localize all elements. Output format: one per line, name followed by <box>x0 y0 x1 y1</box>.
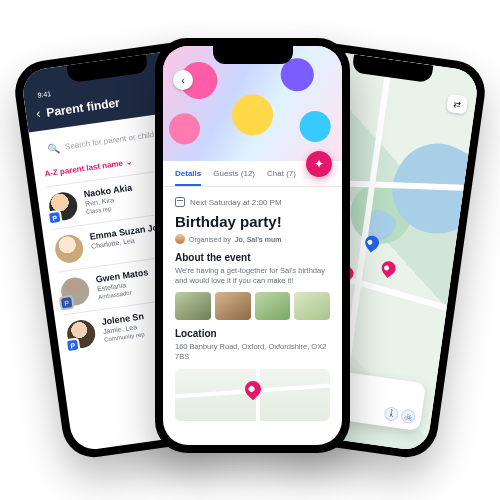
map-pin-icon[interactable] <box>379 258 399 278</box>
sort-label: A-Z parent last name <box>44 159 124 179</box>
back-icon[interactable]: ‹ <box>35 106 41 121</box>
transport-chips: 🚶 🚲 <box>384 406 417 424</box>
event-datetime: Next Saturday at 2:00 PM <box>175 197 330 207</box>
event-photo[interactable] <box>175 292 211 320</box>
event-photo[interactable] <box>255 292 291 320</box>
location-pin-icon <box>241 378 264 401</box>
avatar: P <box>65 318 97 350</box>
event-photo[interactable] <box>294 292 330 320</box>
role-badge-icon: P <box>59 295 75 311</box>
phone-event-details: ‹ Details Guests (12) Chat (7) ✦ Next Sa… <box>155 38 350 453</box>
organiser-prefix: Organised by <box>189 236 231 243</box>
organiser-avatar <box>175 234 185 244</box>
search-icon: 🔍 <box>46 142 59 155</box>
bike-icon[interactable]: 🚲 <box>400 408 416 424</box>
event-location-map[interactable] <box>175 369 330 421</box>
chevron-down-icon: ⌄ <box>125 157 133 167</box>
role-badge-icon: P <box>65 337 81 353</box>
tab-chat[interactable]: Chat (7) <box>267 169 296 186</box>
avatar: P <box>59 276 91 308</box>
event-photo[interactable] <box>215 292 251 320</box>
event-title: Birthday party! <box>175 213 330 230</box>
calendar-icon <box>175 197 185 207</box>
role-badge-icon: P <box>47 210 63 226</box>
avatar: P <box>47 190 79 222</box>
add-to-calendar-button[interactable]: ✦ <box>306 151 332 177</box>
status-time: 9:41 <box>37 90 52 100</box>
tab-details[interactable]: Details <box>175 169 201 186</box>
walk-icon[interactable]: 🚶 <box>384 406 400 422</box>
event-tabs: Details Guests (12) Chat (7) ✦ <box>163 161 342 187</box>
event-organiser: Organised by Jo, Sal's mum <box>175 234 330 244</box>
event-body: Next Saturday at 2:00 PM Birthday party!… <box>163 187 342 431</box>
screen: ‹ Details Guests (12) Chat (7) ✦ Next Sa… <box>163 46 342 445</box>
avatar <box>53 233 85 265</box>
tab-guests[interactable]: Guests (12) <box>213 169 255 186</box>
event-when-text: Next Saturday at 2:00 PM <box>190 198 282 207</box>
phone-notch <box>213 46 293 64</box>
about-body: We're having a get-together for Sal's bi… <box>175 266 330 286</box>
organiser-name: Jo, Sal's mum <box>235 236 282 243</box>
event-photo-strip <box>175 292 330 320</box>
event-address: 160 Banbury Road, Oxford, Oxfordshire, O… <box>175 342 330 362</box>
map-layers-button[interactable]: ⇄ <box>446 94 468 115</box>
calendar-add-icon: ✦ <box>314 157 324 171</box>
about-heading: About the event <box>175 252 330 263</box>
back-button[interactable]: ‹ <box>173 70 193 90</box>
location-heading: Location <box>175 328 330 339</box>
